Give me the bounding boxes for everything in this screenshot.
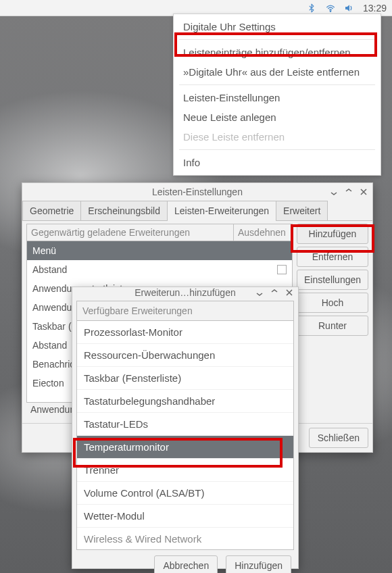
clock[interactable]: 13:29: [363, 3, 387, 14]
column-header-name[interactable]: Gegenwärtig geladene Erweiterungen: [27, 224, 234, 241]
column-header-expand[interactable]: Ausdehnen: [234, 224, 292, 241]
ctx-remove-clock[interactable]: »Digitale Uhr« aus der Leiste entfernen: [174, 62, 381, 82]
tab-panel-extensions[interactable]: Leisten-Erweiterungen: [167, 201, 276, 220]
list-header-row: Gegenwärtig geladene Erweiterungen Ausde…: [26, 224, 293, 241]
ctx-separator: [179, 149, 375, 150]
list-item[interactable]: Abstand: [27, 260, 292, 279]
volume-icon[interactable]: [344, 3, 355, 14]
close-icon[interactable]: [358, 186, 370, 198]
ctx-add-remove-panel-items[interactable]: Leisteneinträge hinzufügen/entfernen: [174, 43, 381, 62]
ctx-info[interactable]: Info: [174, 153, 381, 172]
cancel-button[interactable]: Abbrechen: [154, 555, 218, 573]
up-button[interactable]: Hoch: [297, 293, 368, 313]
list-item[interactable]: Ressourcen-Überwachungen: [77, 343, 293, 366]
add-extension-title: Erweiterun…hinzufügen: [134, 287, 235, 298]
tab-advanced[interactable]: Erweitert: [276, 201, 328, 220]
ctx-new-panel[interactable]: Neue Leiste anlegen: [174, 107, 381, 127]
close-icon[interactable]: [283, 286, 295, 299]
panel-settings-titlebar[interactable]: Leisten-Einstellungen: [22, 183, 372, 201]
settings-button[interactable]: Einstellungen: [297, 270, 368, 290]
list-item[interactable]: Wireless & Wired Network: [77, 527, 293, 546]
svg-point-0: [330, 11, 330, 11]
close-button[interactable]: Schließen: [309, 428, 368, 448]
list-item[interactable]: Volume Control (ALSA/BT): [77, 481, 293, 504]
list-item[interactable]: Wetter-Modul: [77, 504, 293, 527]
tab-appearance[interactable]: Erscheinungsbild: [80, 201, 168, 220]
add-button[interactable]: Hinzufügen: [297, 224, 368, 244]
remove-button[interactable]: Entfernen: [297, 247, 368, 267]
list-item-selected[interactable]: Temperaturmonitor: [77, 435, 293, 458]
panel-settings-title: Leisten-Einstellungen: [152, 186, 243, 197]
list-item[interactable]: Trenner: [77, 458, 293, 481]
minimize-icon[interactable]: [253, 286, 266, 299]
down-button[interactable]: Runter: [297, 316, 368, 336]
tab-geometry[interactable]: Geometrie: [22, 201, 81, 220]
list-item[interactable]: Taskbar (Fensterliste): [77, 366, 293, 389]
ctx-separator: [179, 39, 375, 40]
ctx-panel-settings[interactable]: Leisten-Einstellungen: [174, 88, 381, 107]
add-extension-window: Erweiterun…hinzufügen Verfügbare Erweite…: [72, 286, 299, 569]
maximize-icon[interactable]: [343, 186, 355, 198]
available-header[interactable]: Verfügbare Erweiterungen: [76, 301, 294, 320]
bluetooth-icon[interactable]: [306, 3, 317, 14]
ctx-clock-settings[interactable]: Digitale Uhr Settings: [174, 17, 381, 36]
ctx-separator: [179, 84, 375, 85]
available-extensions-list[interactable]: Prozessorlast-Monitor Ressourcen-Überwac…: [76, 320, 294, 550]
add-button[interactable]: Hinzufügen: [226, 555, 291, 573]
expand-checkbox[interactable]: [277, 265, 287, 274]
list-item[interactable]: Tastaturbelegungshandhaber: [77, 389, 293, 412]
wifi-icon[interactable]: [325, 3, 336, 14]
list-item[interactable]: Prozessorlast-Monitor: [77, 321, 293, 343]
list-item[interactable]: Menü: [27, 241, 292, 260]
add-extension-titlebar[interactable]: Erweiterun…hinzufügen: [72, 287, 298, 298]
tabs: Geometrie Erscheinungsbild Leisten-Erwei…: [22, 201, 372, 221]
list-item[interactable]: Tastatur-LEDs: [77, 412, 293, 435]
ctx-remove-panel: Diese Leiste entfernen: [174, 127, 381, 147]
maximize-icon[interactable]: [268, 286, 280, 299]
minimize-icon[interactable]: [328, 186, 340, 198]
panel-context-menu: Digitale Uhr Settings Leisteneinträge hi…: [173, 14, 381, 176]
